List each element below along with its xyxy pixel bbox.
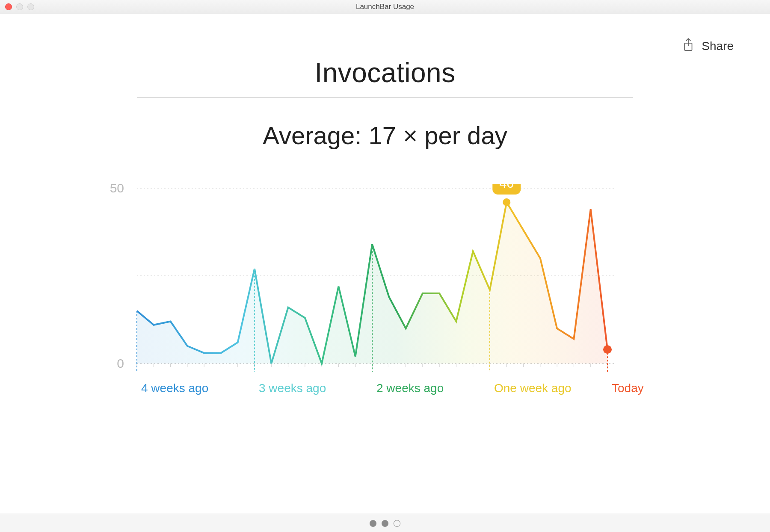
page-dot[interactable] [382, 520, 388, 527]
y-tick-label: 50 [105, 181, 124, 195]
invocations-chart: 050 464 4 weeks ago3 weeks ago2 weeks ag… [128, 184, 642, 403]
x-axis-label: One week ago [494, 381, 572, 395]
share-label: Share [702, 39, 734, 53]
average-line: Average: 17 × per day [43, 121, 727, 150]
window-zoom-button[interactable] [27, 3, 34, 10]
share-icon [683, 38, 694, 54]
svg-point-39 [503, 198, 510, 206]
window-title: LaunchBar Usage [356, 3, 414, 11]
content-area: Share Invocations Average: 17 × per day … [0, 14, 770, 514]
window-titlebar: LaunchBar Usage [0, 0, 770, 14]
x-axis-label: Today [612, 381, 644, 395]
window-minimize-button[interactable] [16, 3, 23, 10]
x-axis-label: 2 weeks ago [376, 381, 444, 395]
title-divider [137, 97, 633, 98]
average-suffix: × per day [396, 121, 507, 149]
window-close-button[interactable] [5, 3, 12, 10]
x-axis-label: 3 weeks ago [259, 381, 326, 395]
svg-point-42 [603, 345, 612, 354]
share-button[interactable]: Share [683, 38, 734, 54]
page-dot[interactable] [370, 520, 376, 527]
page-title: Invocations [43, 57, 727, 89]
traffic-lights [5, 3, 34, 10]
chart-canvas: 464 [128, 184, 620, 372]
average-prefix: Average: [263, 121, 368, 149]
x-axis-label: 4 weeks ago [141, 381, 208, 395]
page-dot[interactable] [394, 520, 400, 527]
svg-text:46: 46 [500, 184, 514, 190]
page-indicator [0, 514, 770, 532]
average-value: 17 [369, 121, 397, 149]
y-tick-label: 0 [105, 356, 124, 371]
